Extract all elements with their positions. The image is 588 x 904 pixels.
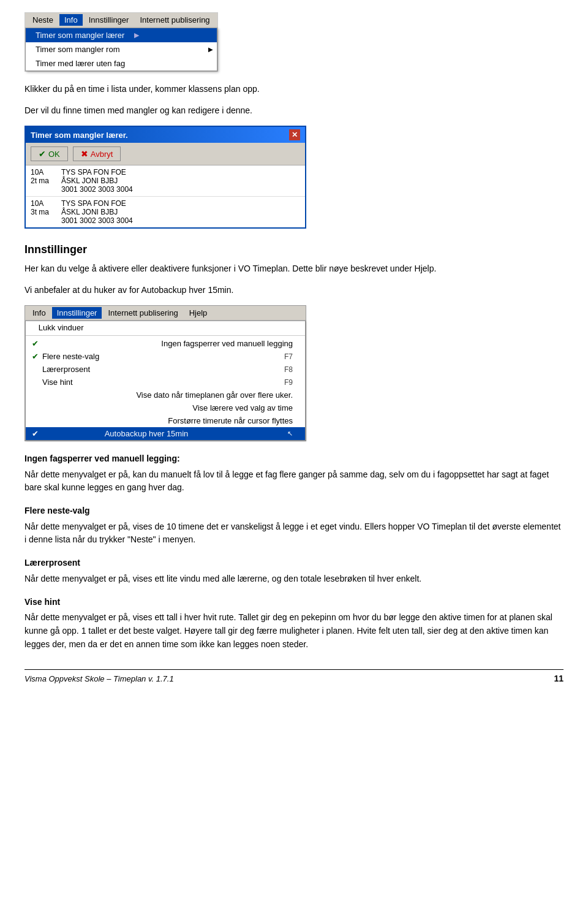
section-vise-hint: Vise hint Når dette menyvalget er på, vi… xyxy=(24,596,564,651)
menu2-row-laerer-label: Lærerprosent xyxy=(42,365,90,374)
cancel-cross-icon: ✖ xyxy=(81,149,88,159)
menu2-screenshot: Info Innstillinger Internett publisering… xyxy=(24,305,306,441)
menu2-row-hint-label: Vise hint xyxy=(42,378,73,387)
footer-bold: Visma Oppvekst Skole xyxy=(24,674,105,683)
menu2-row-forstorre-label: Forstørre timerute når cursor flyttes xyxy=(168,416,293,425)
menu2-row-autobackup-label: Autobackup hver 15min xyxy=(105,429,189,438)
footer-left: Visma Oppvekst Skole – Timeplan v. 1.7.1 xyxy=(24,674,174,683)
menu-innstillinger[interactable]: Innstillinger xyxy=(84,14,134,26)
check-icon-fagsperrer: ✔ xyxy=(32,339,39,348)
menu2-info[interactable]: Info xyxy=(28,307,51,319)
cursor-indicator: ↖ xyxy=(287,430,293,438)
menu2-row-fagsperrer[interactable]: ✔ Ingen fagsperrer ved manuell legging xyxy=(26,337,305,350)
menu2-hjelp[interactable]: Hjelp xyxy=(184,307,213,319)
page-footer: Visma Oppvekst Skole – Timeplan v. 1.7.1… xyxy=(24,669,564,683)
check-icon-neste: ✔ xyxy=(32,352,39,361)
ok-checkmark-icon: ✔ xyxy=(39,149,46,159)
item1-label: 10A 2t ma xyxy=(31,168,61,194)
menu2-shortcut-laerer: F8 xyxy=(266,365,293,374)
dialog-list-item-1[interactable]: 10A 2t ma TYS SPA FON FOE ÅSKL JONI BJBJ… xyxy=(26,165,305,197)
item2-label: 10A 3t ma xyxy=(31,199,61,225)
menu2-row-laerer[interactable]: ✔ Lærerprosent F8 xyxy=(26,363,305,376)
dropdown-item-2[interactable]: Timer som mangler rom ▶ xyxy=(26,42,217,56)
section-laererprosent-body: Når dette menyvalget er på, vises ett li… xyxy=(24,572,564,586)
section-neste-valg-heading: Flere neste-valg xyxy=(24,504,564,518)
dialog-list: 10A 2t ma TYS SPA FON FOE ÅSKL JONI BJBJ… xyxy=(26,165,305,227)
menu2-row-hint[interactable]: ✔ Vise hint F9 xyxy=(26,376,305,389)
menu2-internett[interactable]: Internett publisering xyxy=(103,307,183,319)
menu-dropdown: Timer som mangler lærer ▶ Timer som mang… xyxy=(25,28,217,71)
menu2-shortcut-hint: F9 xyxy=(266,378,293,387)
menu2-dropdown: Lukk vinduer ✔ Ingen fagsperrer ved manu… xyxy=(25,321,306,441)
dialog-titlebar: Timer som mangler lærer. ✕ xyxy=(26,127,305,143)
dialog-list-item-2[interactable]: 10A 3t ma TYS SPA FON FOE ÅSKL JONI BJBJ… xyxy=(26,197,305,227)
intro-text-2: Der vil du finne timen med mangler og ka… xyxy=(24,104,564,117)
menu-internett[interactable]: Internett publisering xyxy=(135,14,214,26)
footer-normal: – Timeplan v. 1.7.1 xyxy=(105,674,174,683)
section-fagsperrer: Ingen fagsperrer ved manuell legging: Nå… xyxy=(24,452,564,495)
section-fagsperrer-body: Når dette menyvalget er på, kan du manue… xyxy=(24,468,564,495)
check-icon-autobackup: ✔ xyxy=(32,429,39,438)
section-laererprosent-heading: Lærerprosent xyxy=(24,556,564,570)
menu2-divider-1 xyxy=(26,335,305,336)
section-heading: Innstillinger xyxy=(24,243,564,256)
menu2-row-neste[interactable]: ✔ Flere neste-valg F7 xyxy=(26,350,305,363)
item1-info: TYS SPA FON FOE ÅSKL JONI BJBJ 3001 3002… xyxy=(61,168,300,194)
menubar: Neste Info Innstillinger Internett publi… xyxy=(25,13,217,28)
section-neste-valg: Flere neste-valg Når dette menyvalget er… xyxy=(24,504,564,547)
dropdown-item-3[interactable]: Timer med lærer uten fag xyxy=(26,56,217,70)
section-neste-valg-body: Når dette menyvalget er på, vises de 10 … xyxy=(24,520,564,547)
menu2-row-neste-label: Flere neste-valg xyxy=(42,352,99,361)
dialog-close-button[interactable]: ✕ xyxy=(289,129,300,140)
innstillinger-intro-2: Vi anbefaler at du huker av for Autoback… xyxy=(24,284,564,297)
innstillinger-intro-1: Her kan du velge å aktivere eller deakti… xyxy=(24,262,564,275)
cancel-button[interactable]: ✖ Avbryt xyxy=(73,146,121,161)
footer-page-number: 11 xyxy=(554,674,564,683)
menu2-row-lukk[interactable]: Lukk vinduer xyxy=(26,321,305,334)
section-laererprosent: Lærerprosent Når dette menyvalget er på,… xyxy=(24,556,564,585)
menu2-row-fagsperrer-label: Ingen fagsperrer ved manuell legging xyxy=(161,339,293,348)
menu2-row-vis-laerer[interactable]: ✔ Vise lærere ved valg av time xyxy=(26,401,305,414)
dialog-toolbar: ✔ OK ✖ Avbryt xyxy=(26,143,305,165)
menu2-bar: Info Innstillinger Internett publisering… xyxy=(25,306,306,321)
intro-text-1: Klikker du på en time i lista under, kom… xyxy=(24,83,564,96)
menu-neste[interactable]: Neste xyxy=(28,14,58,26)
menu2-row-forstorre[interactable]: ✔ Forstørre timerute når cursor flyttes xyxy=(26,414,305,427)
item2-info: TYS SPA FON FOE ÅSKL JONI BJBJ 3001 3002… xyxy=(61,199,300,225)
section-vise-hint-heading: Vise hint xyxy=(24,596,564,609)
ok-button[interactable]: ✔ OK xyxy=(31,146,68,161)
menu-screenshot: Neste Info Innstillinger Internett publi… xyxy=(24,12,218,72)
menu2-row-dato-label: Vise dato når timeplanen går over flere … xyxy=(136,390,293,400)
dropdown-item-1[interactable]: Timer som mangler lærer ▶ xyxy=(26,28,217,42)
menu2-shortcut-neste: F7 xyxy=(266,352,293,361)
menu2-row-lukk-label: Lukk vinduer xyxy=(32,323,84,332)
dialog-screenshot: Timer som mangler lærer. ✕ ✔ OK ✖ Avbryt… xyxy=(24,126,306,229)
menu2-row-vis-laerer-label: Vise lærere ved valg av time xyxy=(192,403,293,412)
dialog-title: Timer som mangler lærer. xyxy=(31,131,128,140)
section-fagsperrer-heading: Ingen fagsperrer ved manuell legging: xyxy=(24,452,564,466)
menu-info[interactable]: Info xyxy=(59,14,83,26)
menu2-innstillinger[interactable]: Innstillinger xyxy=(52,307,102,319)
section-vise-hint-body: Når dette menyvalget er på, vises ett ta… xyxy=(24,611,564,651)
menu2-row-dato[interactable]: ✔ Vise dato når timeplanen går over fler… xyxy=(26,389,305,401)
menu2-row-autobackup[interactable]: ✔ Autobackup hver 15min ↖ xyxy=(26,427,305,440)
